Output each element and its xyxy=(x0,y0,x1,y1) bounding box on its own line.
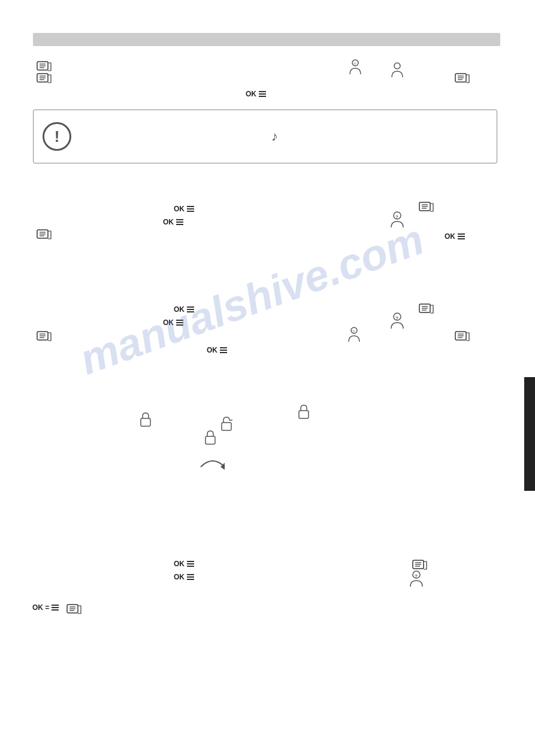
ok-label-7: OK xyxy=(207,346,227,354)
menu-icon-1 xyxy=(259,91,266,97)
ok-label-9: OK xyxy=(174,573,194,581)
svg-rect-45 xyxy=(205,436,215,444)
remote-icon-8 xyxy=(454,331,471,346)
ok-label-8: OK xyxy=(174,560,194,568)
lock-icon-2 xyxy=(297,404,310,421)
svg-rect-44 xyxy=(299,411,309,418)
svg-text:?: ? xyxy=(353,62,356,66)
watermark: manualshive.com xyxy=(52,153,451,445)
remote-icon-7 xyxy=(36,331,53,346)
ok-text-1: OK xyxy=(246,90,256,98)
remote-icon-10 xyxy=(66,604,83,619)
page: manualshive.com ? xyxy=(0,0,535,756)
lock-open-icon-1 xyxy=(220,416,233,433)
ok-text-10: OK = xyxy=(32,603,49,612)
remote-icon-3 xyxy=(454,73,471,88)
svg-text:?: ? xyxy=(352,330,355,334)
ok-label-2: OK xyxy=(174,205,194,213)
lock-icon-1 xyxy=(139,412,152,429)
lock-icon-3 xyxy=(204,430,217,447)
notice-icon: ! xyxy=(43,122,71,151)
svg-rect-41 xyxy=(141,418,150,426)
header-bar xyxy=(33,33,500,46)
remote-icon-5 xyxy=(36,229,53,244)
ok-label-5: OK xyxy=(174,305,194,314)
notice-box: ! ♪ xyxy=(33,110,497,163)
music-icon: ♪ xyxy=(271,129,278,144)
svg-point-10 xyxy=(394,63,400,69)
ok-label-3: OK xyxy=(163,218,183,226)
person-icon-3: ? xyxy=(390,211,404,230)
right-sidebar xyxy=(524,377,535,491)
ok-label-10: OK = xyxy=(32,603,59,612)
ok-label-4: OK xyxy=(445,232,465,241)
remote-icon-6 xyxy=(418,303,435,318)
person-icon-4: ? xyxy=(390,312,404,332)
svg-rect-42 xyxy=(222,423,231,430)
ok-label-1: OK xyxy=(246,90,266,98)
svg-text:?: ? xyxy=(395,214,398,220)
person-icon-1: ? xyxy=(349,59,362,77)
person-icon-6: ? xyxy=(409,570,424,590)
svg-text:?: ? xyxy=(395,315,398,321)
person-icon-2 xyxy=(391,62,404,80)
remote-icon-2 xyxy=(36,73,53,88)
svg-text:?: ? xyxy=(415,573,418,579)
phone-curve-icon xyxy=(198,452,228,472)
person-icon-5: ? xyxy=(347,326,361,345)
remote-icon-4 xyxy=(418,202,435,217)
notice-text xyxy=(80,132,253,141)
notice-content: ♪ xyxy=(80,129,278,144)
ok-label-6: OK xyxy=(163,318,183,327)
